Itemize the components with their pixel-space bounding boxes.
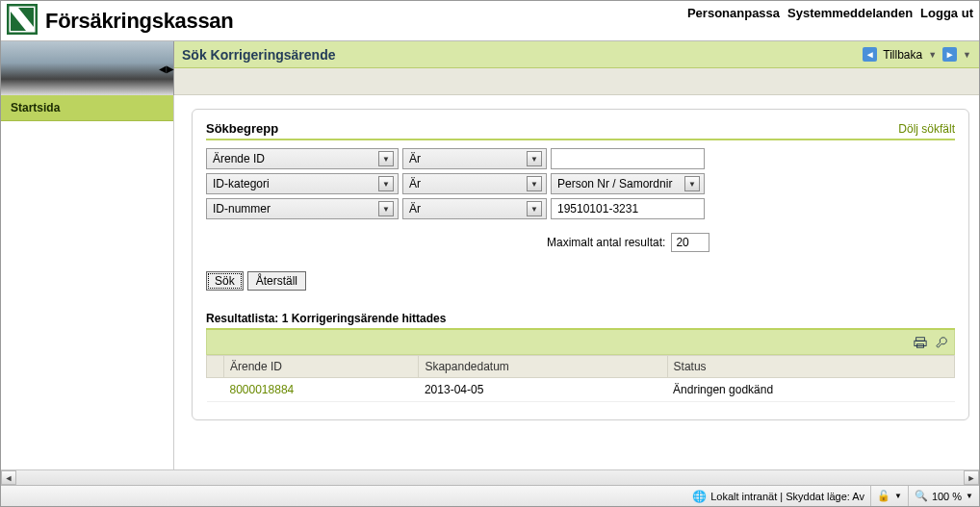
op-label: Är [409, 152, 421, 165]
chevron-down-icon: ▼ [527, 151, 542, 166]
collapse-sidebar-icon[interactable]: ◀▶ [159, 63, 174, 74]
zoom-level: 100 % [932, 491, 962, 502]
back-dropdown-icon[interactable]: ▼ [928, 50, 937, 60]
col-select [207, 356, 224, 378]
topnav-personalize[interactable]: Personanpassa [687, 6, 780, 20]
op-select-2[interactable]: Är ▼ [402, 198, 547, 219]
search-panel: Sökbegrepp Dölj sökfält Ärende ID ▼ Är ▼… [192, 109, 969, 420]
topbar: Försäkringskassan Personanpassa Systemme… [1, 1, 979, 41]
wrench-icon[interactable] [935, 336, 948, 349]
scroll-left-icon[interactable]: ◄ [1, 470, 16, 485]
field-label: ID-kategori [213, 177, 270, 190]
print-icon[interactable] [914, 336, 927, 349]
search-buttons: Sök Återställ [206, 271, 955, 291]
max-results-row: Maximalt antal resultat: [206, 233, 955, 252]
svg-rect-4 [915, 341, 926, 345]
content: Sökbegrepp Dölj sökfält Ärende ID ▼ Är ▼… [174, 95, 979, 485]
scroll-right-icon[interactable]: ► [964, 470, 979, 485]
topnav-logout[interactable]: Logga ut [920, 6, 973, 20]
result-created: 2013-04-05 [419, 378, 667, 402]
chevron-down-icon: ▼ [527, 201, 542, 216]
titlebar: Sök Korrigeringsärende ◄ Tillbaka ▼ ► ▼ [174, 41, 979, 68]
chevron-down-icon: ▼ [527, 176, 542, 191]
value-input-2[interactable]: 19510101-3231 [551, 198, 705, 219]
op-label: Är [409, 202, 421, 215]
scroll-track[interactable] [16, 470, 964, 485]
main-area: Startsida Sökbegrepp Dölj sökfält Ärende… [1, 95, 979, 485]
search-button[interactable]: Sök [206, 271, 244, 291]
results-toolbar [206, 330, 955, 355]
result-id-link[interactable]: 8000018884 [230, 383, 295, 396]
top-nav: Personanpassa Systemmeddelanden Logga ut [687, 4, 973, 20]
left-nav: Startsida [1, 95, 174, 485]
chevron-down-icon: ▼ [378, 176, 394, 191]
field-select-id-kategori[interactable]: ID-kategori ▼ [206, 173, 399, 194]
hide-search-fields-link[interactable]: Dölj sökfält [898, 122, 955, 136]
col-skapandedatum[interactable]: Skapandedatum [419, 356, 667, 378]
title-actions: ◄ Tillbaka ▼ ► ▼ [863, 47, 971, 62]
hero-image: ◀▶ [1, 41, 174, 95]
security-icon[interactable]: 🔓 [877, 490, 890, 502]
back-arrow-icon[interactable]: ◄ [863, 47, 877, 62]
value-label: Person Nr / Samordnir [557, 177, 672, 190]
titlebar-wrap: Sök Korrigeringsärende ◄ Tillbaka ▼ ► ▼ [174, 41, 979, 95]
brand-logo-icon [7, 4, 38, 38]
op-label: Är [409, 177, 421, 190]
chevron-down-icon: ▼ [378, 201, 394, 216]
value-select-1[interactable]: Person Nr / Samordnir ▼ [551, 173, 705, 194]
svg-rect-3 [916, 337, 925, 341]
col-status[interactable]: Status [667, 356, 954, 378]
back-button[interactable]: Tillbaka [883, 48, 922, 62]
col-arende-id[interactable]: Ärende ID [224, 356, 419, 378]
nav-item-start[interactable]: Startsida [1, 95, 173, 121]
reset-button[interactable]: Återställ [247, 271, 306, 291]
status-zone: Lokalt intranät | Skyddat läge: Av [710, 491, 864, 502]
field-label: ID-nummer [213, 202, 271, 215]
chevron-down-icon: ▼ [378, 151, 394, 166]
search-section-title: Sökbegrepp [206, 121, 278, 136]
max-results-input[interactable] [671, 233, 709, 252]
max-results-label: Maximalt antal resultat: [547, 236, 665, 249]
search-section-header: Sökbegrepp Dölj sökfält [206, 121, 955, 140]
op-select-0[interactable]: Är ▼ [402, 148, 547, 169]
sub-titlebar [174, 68, 979, 95]
zoom-dropdown-icon[interactable]: ▼ [966, 492, 973, 500]
page-title: Sök Korrigeringsärende [182, 47, 336, 63]
globe-icon: 🌐 [692, 490, 707, 503]
chevron-down-icon: ▼ [684, 176, 700, 191]
statusbar: 🌐 Lokalt intranät | Skyddat läge: Av 🔓 ▼… [1, 485, 979, 506]
field-label: Ärende ID [213, 152, 265, 165]
field-select-id-nummer[interactable]: ID-nummer ▼ [206, 198, 399, 219]
horizontal-scrollbar[interactable]: ◄ ► [1, 469, 979, 485]
zoom-icon[interactable]: 🔍 [915, 490, 928, 502]
search-grid: Ärende ID ▼ Är ▼ ID-kategori ▼ Är ▼ [206, 148, 955, 219]
result-status: Ändringen godkänd [667, 378, 954, 402]
op-select-1[interactable]: Är ▼ [402, 173, 547, 194]
header-row: ◀▶ Sök Korrigeringsärende ◄ Tillbaka ▼ ►… [1, 41, 979, 95]
topnav-sysmsg[interactable]: Systemmeddelanden [787, 6, 913, 20]
forward-arrow-icon[interactable]: ► [942, 47, 957, 62]
security-dropdown-icon[interactable]: ▼ [894, 492, 902, 500]
results-heading: Resultatlista: 1 Korrigeringsärende hitt… [206, 312, 955, 330]
value-input-0[interactable] [551, 148, 705, 169]
results-table: Ärende ID Skapandedatum Status 800001888… [206, 355, 955, 402]
brand: Försäkringskassan [7, 4, 233, 38]
forward-dropdown-icon[interactable]: ▼ [963, 50, 971, 60]
brand-name: Försäkringskassan [45, 9, 233, 34]
table-row[interactable]: 8000018884 2013-04-05 Ändringen godkänd [207, 378, 955, 402]
field-select-arende-id[interactable]: Ärende ID ▼ [206, 148, 399, 169]
